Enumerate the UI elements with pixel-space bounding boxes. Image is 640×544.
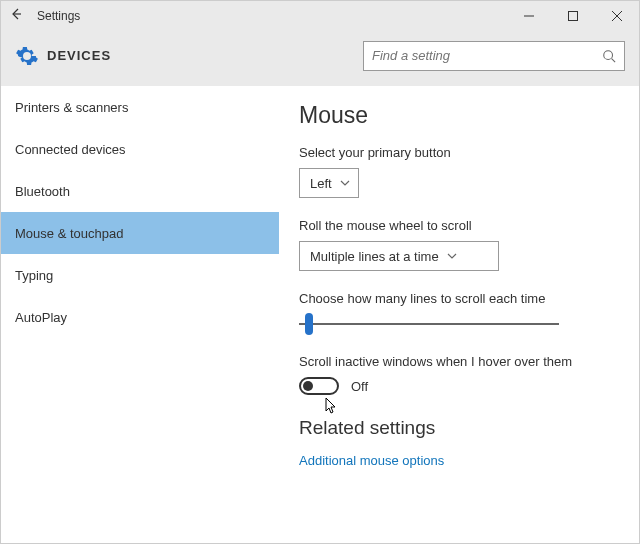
sidebar-item-autoplay[interactable]: AutoPlay [1,296,279,338]
svg-point-5 [604,50,613,59]
hover-toggle[interactable] [299,377,339,395]
dropdown-value: Multiple lines at a time [310,249,439,264]
lines-slider[interactable] [299,314,559,334]
search-box[interactable] [363,41,625,71]
chevron-down-icon [340,176,350,191]
related-heading: Related settings [299,417,619,439]
wheel-label: Roll the mouse wheel to scroll [299,218,619,233]
sidebar-item-connected[interactable]: Connected devices [1,128,279,170]
svg-line-6 [612,58,616,62]
sidebar-item-label: Typing [15,268,53,283]
search-input[interactable] [372,48,602,63]
sidebar-item-label: AutoPlay [15,310,67,325]
back-button[interactable] [1,6,31,26]
sidebar-item-label: Bluetooth [15,184,70,199]
sidebar-item-typing[interactable]: Typing [1,254,279,296]
svg-rect-2 [569,12,578,21]
toggle-knob [303,381,313,391]
section-title: DEVICES [47,48,363,63]
main-panel: Mouse Select your primary button Left Ro… [279,86,639,543]
sidebar-item-bluetooth[interactable]: Bluetooth [1,170,279,212]
titlebar: Settings [1,1,639,31]
chevron-down-icon [447,249,457,264]
page-title: Mouse [299,102,619,129]
dropdown-value: Left [310,176,332,191]
search-icon [602,49,616,63]
sidebar-item-label: Printers & scanners [15,100,128,115]
sidebar-item-mouse[interactable]: Mouse & touchpad [1,212,279,254]
cursor-icon [325,397,339,415]
slider-thumb[interactable] [305,313,313,335]
lines-label: Choose how many lines to scroll each tim… [299,291,619,306]
primary-button-label: Select your primary button [299,145,619,160]
sidebar-item-printers[interactable]: Printers & scanners [1,86,279,128]
header: DEVICES [1,31,639,86]
sidebar: Printers & scanners Connected devices Bl… [1,86,279,543]
maximize-button[interactable] [551,1,595,31]
minimize-button[interactable] [507,1,551,31]
slider-track [299,323,559,325]
gear-icon [15,44,39,68]
close-button[interactable] [595,1,639,31]
sidebar-item-label: Mouse & touchpad [15,226,123,241]
toggle-state: Off [351,379,368,394]
primary-button-dropdown[interactable]: Left [299,168,359,198]
window-title: Settings [31,9,507,23]
additional-mouse-link[interactable]: Additional mouse options [299,453,619,468]
sidebar-item-label: Connected devices [15,142,126,157]
hover-label: Scroll inactive windows when I hover ove… [299,354,619,369]
wheel-dropdown[interactable]: Multiple lines at a time [299,241,499,271]
